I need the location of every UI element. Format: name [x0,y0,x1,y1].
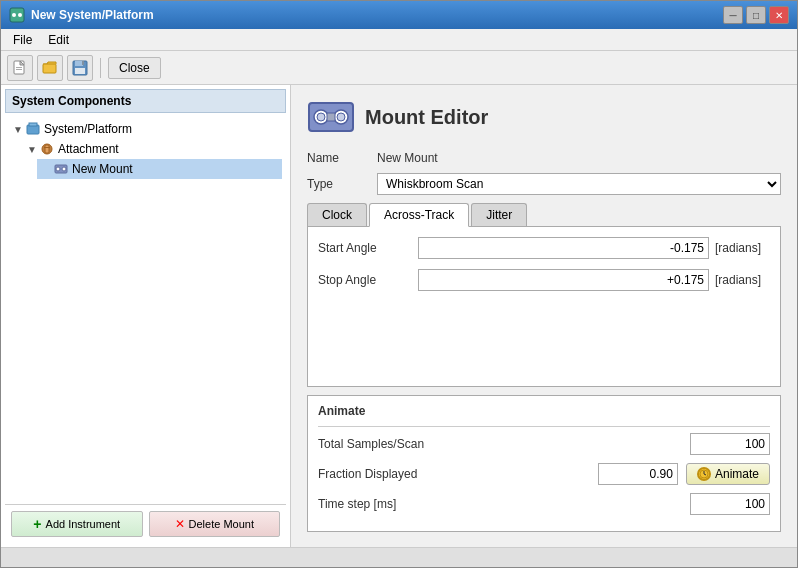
svg-rect-24 [327,113,335,121]
svg-point-23 [337,113,345,121]
fraction-label: Fraction Displayed [318,467,598,481]
add-icon: + [33,516,41,532]
open-button[interactable] [37,55,63,81]
add-instrument-button[interactable]: + Add Instrument [11,511,143,537]
animate-btn-label: Animate [715,467,759,481]
timestep-input[interactable] [690,493,770,515]
mount-icon [53,161,69,177]
start-angle-row: Start Angle [radians] [318,237,770,259]
svg-rect-6 [43,64,56,73]
menu-file[interactable]: File [5,31,40,49]
tree-item-system[interactable]: ▼ System/Platform [9,119,282,139]
tabs-container: Clock Across-Track Jitter Start Angle [r… [307,203,781,387]
svg-rect-14 [45,145,49,153]
add-instrument-label: Add Instrument [46,518,121,530]
total-samples-label: Total Samples/Scan [318,437,690,451]
open-icon [42,60,58,76]
name-value: New Mount [377,151,438,165]
toolbar: Close [1,51,797,85]
tree-expander-system: ▼ [11,122,25,136]
svg-rect-9 [75,68,85,74]
window-title: New System/Platform [31,8,154,22]
svg-point-21 [317,113,325,121]
editor-title: Mount Editor [365,106,488,129]
animate-button[interactable]: Animate [686,463,770,485]
new-button[interactable] [7,55,33,81]
stop-angle-row: Stop Angle [radians] [318,269,770,291]
type-select[interactable]: Whiskbroom Scan Pushbroom Scan Frame Cam… [377,173,781,195]
svg-point-1 [12,13,16,17]
start-angle-input[interactable] [418,237,709,259]
tab-clock[interactable]: Clock [307,203,367,226]
tree-label-attachment: Attachment [58,142,119,156]
editor-panel: Mount Editor Name New Mount Type Whiskbr… [291,85,797,547]
animate-clock-icon [697,467,711,481]
svg-rect-15 [44,147,50,148]
main-content: System Components ▼ System/Platform ▼ [1,85,797,547]
save-button[interactable] [67,55,93,81]
svg-rect-8 [75,61,83,66]
timestep-row: Time step [ms] [318,493,770,515]
minimize-button[interactable]: ─ [723,6,743,24]
sidebar: System Components ▼ System/Platform ▼ [1,85,291,547]
stop-angle-unit: [radians] [715,273,770,287]
tab-content-across-track: Start Angle [radians] Stop Angle [radian… [307,227,781,387]
type-label: Type [307,177,377,191]
editor-header: Mount Editor [307,97,781,137]
window-close-button[interactable]: ✕ [769,6,789,24]
tree-label-system: System/Platform [44,122,132,136]
svg-rect-12 [29,123,37,126]
fraction-displayed-row: Fraction Displayed Animate [318,463,770,485]
start-angle-label: Start Angle [318,241,418,255]
status-bar [1,547,797,567]
title-bar-left: New System/Platform [9,7,154,23]
svg-point-18 [62,167,66,171]
menu-bar: File Edit [1,29,797,51]
total-samples-row: Total Samples/Scan [318,433,770,455]
close-toolbar-button[interactable]: Close [108,57,161,79]
maximize-button[interactable]: □ [746,6,766,24]
title-bar: New System/Platform ─ □ ✕ [1,1,797,29]
menu-edit[interactable]: Edit [40,31,77,49]
svg-rect-5 [16,69,22,70]
new-icon [12,60,28,76]
save-icon [72,60,88,76]
tree-container: ▼ System/Platform ▼ [5,115,286,504]
tab-jitter[interactable]: Jitter [471,203,527,226]
name-field-row: Name New Mount [307,151,781,165]
delete-mount-label: Delete Mount [189,518,254,530]
name-label: Name [307,151,377,165]
app-icon [9,7,25,23]
tree-label-mount: New Mount [72,162,133,176]
timestep-label: Time step [ms] [318,497,690,511]
total-samples-input[interactable] [690,433,770,455]
attachment-icon [39,141,55,157]
start-angle-unit: [radians] [715,241,770,255]
tree-item-attachment[interactable]: ▼ Attachment [23,139,282,159]
tree-item-mount[interactable]: ▶ New Mount [37,159,282,179]
tree-expander-attachment: ▼ [25,142,39,156]
mount-editor-icon [307,97,355,137]
stop-angle-label: Stop Angle [318,273,418,287]
svg-rect-4 [16,67,22,68]
title-bar-controls: ─ □ ✕ [723,6,789,24]
svg-point-2 [18,13,22,17]
stop-angle-input[interactable] [418,269,709,291]
svg-rect-10 [82,61,84,65]
sidebar-header: System Components [5,89,286,113]
sidebar-footer: + Add Instrument ✕ Delete Mount [5,504,286,543]
animate-divider [318,426,770,427]
delete-icon: ✕ [175,517,185,531]
type-field-row: Type Whiskbroom Scan Pushbroom Scan Fram… [307,173,781,195]
animate-section-label: Animate [318,404,770,418]
tabs-header: Clock Across-Track Jitter [307,203,781,227]
system-icon [25,121,41,137]
tab-across-track[interactable]: Across-Track [369,203,469,227]
animate-section: Animate Total Samples/Scan Fraction Disp… [307,395,781,532]
main-window: New System/Platform ─ □ ✕ File Edit [0,0,798,568]
svg-point-17 [56,167,60,171]
fraction-input[interactable] [598,463,678,485]
toolbar-separator [100,58,101,78]
delete-mount-button[interactable]: ✕ Delete Mount [149,511,281,537]
